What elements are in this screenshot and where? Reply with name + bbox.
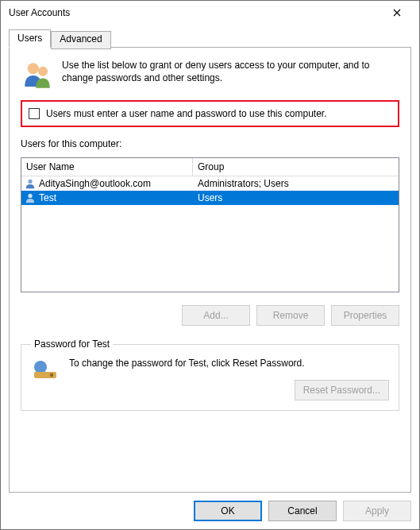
- svg-point-0: [28, 63, 39, 74]
- titlebar: User Accounts: [1, 1, 419, 25]
- reset-password-button[interactable]: Reset Password...: [295, 380, 389, 400]
- cell-username: Test: [39, 192, 56, 203]
- tab-advanced[interactable]: Advanced: [51, 31, 110, 49]
- close-button[interactable]: [381, 1, 413, 25]
- add-user-button[interactable]: Add...: [182, 305, 250, 326]
- svg-point-3: [28, 194, 32, 198]
- tab-strip: Users Advanced: [9, 29, 411, 48]
- tab-page-users: Use the list below to grant or deny user…: [9, 47, 411, 493]
- svg-point-6: [50, 373, 53, 377]
- password-group: Password for Test To change the password…: [21, 339, 399, 411]
- listview-body: AdityaSingh@outlook.com Administrators; …: [21, 176, 399, 205]
- password-group-text: To change the password for Test, click R…: [69, 358, 389, 369]
- user-icon: [25, 178, 36, 189]
- content-area: Users Advanced Use the list below to gra…: [1, 25, 419, 529]
- remove-user-button[interactable]: Remove: [256, 305, 325, 326]
- list-item[interactable]: AdityaSingh@outlook.com Administrators; …: [21, 176, 399, 191]
- users-listview[interactable]: User Name Group AdityaSingh@outlook.com …: [21, 157, 399, 292]
- users-icon: [21, 59, 54, 92]
- listview-header: User Name Group: [21, 158, 399, 176]
- intro-row: Use the list below to grant or deny user…: [21, 59, 399, 92]
- close-icon: [393, 9, 401, 17]
- user-icon: [25, 192, 36, 203]
- require-password-checkbox[interactable]: [29, 108, 40, 119]
- dialog-buttons: OK Cancel Apply: [9, 501, 411, 521]
- ok-button[interactable]: OK: [194, 501, 262, 521]
- svg-point-4: [34, 361, 47, 373]
- column-group[interactable]: Group: [193, 158, 399, 176]
- require-password-label: Users must enter a user name and passwor…: [46, 108, 327, 119]
- window-title: User Accounts: [9, 7, 381, 18]
- key-icon: [31, 358, 60, 386]
- user-buttons-row: Add... Remove Properties: [21, 305, 399, 326]
- list-item[interactable]: Test Users: [21, 191, 399, 205]
- cell-username: AdityaSingh@outlook.com: [39, 178, 151, 189]
- intro-text: Use the list below to grant or deny user…: [62, 59, 399, 84]
- properties-button[interactable]: Properties: [331, 305, 399, 326]
- user-accounts-window: User Accounts Users Advanced Use the lis…: [0, 0, 420, 530]
- cell-group: Users: [193, 192, 399, 203]
- tab-users[interactable]: Users: [9, 29, 51, 48]
- svg-point-2: [28, 180, 32, 184]
- require-password-highlight: Users must enter a user name and passwor…: [21, 100, 399, 127]
- users-list-label: Users for this computer:: [21, 138, 399, 149]
- password-group-legend: Password for Test: [31, 339, 113, 350]
- cancel-button[interactable]: Cancel: [268, 501, 337, 521]
- column-username[interactable]: User Name: [21, 158, 193, 176]
- apply-button[interactable]: Apply: [343, 501, 411, 521]
- cell-group: Administrators; Users: [193, 178, 399, 189]
- svg-point-1: [38, 67, 48, 76]
